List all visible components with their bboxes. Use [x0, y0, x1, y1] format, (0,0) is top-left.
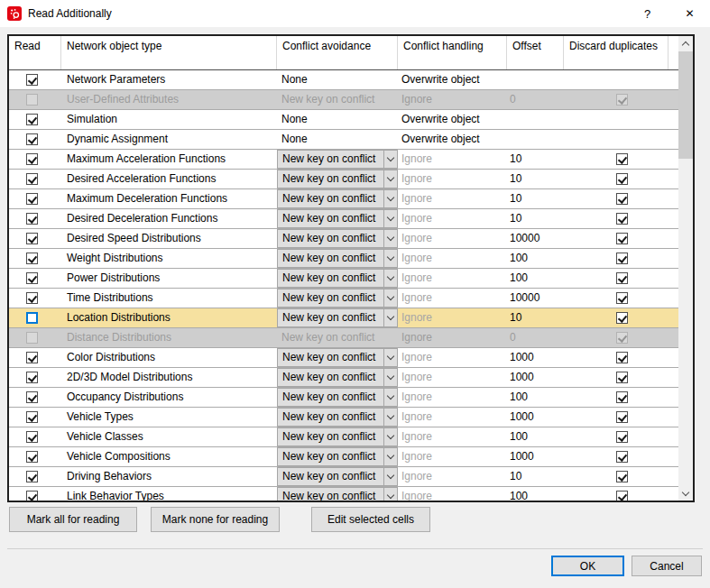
offset-cell[interactable]: 10000 — [507, 289, 564, 308]
conflict-handling-cell[interactable]: Ignore — [398, 467, 507, 486]
discard-duplicates-checkbox[interactable] — [616, 193, 628, 205]
read-checkbox[interactable] — [26, 411, 38, 423]
discard-duplicates-checkbox[interactable] — [616, 491, 628, 501]
conflict-avoidance-cell[interactable]: New key on conflict — [277, 249, 398, 268]
read-checkbox[interactable] — [26, 372, 38, 383]
conflict-avoidance-dropdown[interactable]: New key on conflict — [277, 447, 398, 466]
conflict-avoidance-cell[interactable]: New key on conflict — [277, 447, 398, 466]
discard-duplicates-checkbox[interactable] — [616, 253, 628, 264]
conflict-avoidance-cell[interactable]: New key on conflict — [277, 408, 398, 427]
dropdown-arrow[interactable] — [383, 369, 397, 386]
table-row[interactable]: Dynamic AssignmentNoneOverwrite object — [9, 130, 678, 150]
read-checkbox[interactable] — [26, 173, 38, 185]
table-row[interactable]: 2D/3D Model DistributionsNew key on conf… — [9, 368, 678, 388]
dropdown-arrow[interactable] — [383, 309, 397, 326]
dropdown-arrow[interactable] — [383, 230, 397, 247]
table-row[interactable]: Maximum Acceleration FunctionsNew key on… — [9, 150, 678, 170]
conflict-avoidance-dropdown[interactable]: New key on conflict — [277, 388, 398, 407]
conflict-handling-cell[interactable]: Overwrite object — [398, 70, 507, 89]
offset-cell[interactable]: 1000 — [507, 368, 564, 387]
conflict-avoidance-dropdown[interactable]: New key on conflict — [277, 269, 398, 288]
conflict-avoidance-cell[interactable]: New key on conflict — [277, 269, 398, 288]
conflict-handling-cell[interactable]: Ignore — [398, 408, 507, 427]
offset-cell[interactable]: 10 — [507, 150, 564, 169]
read-checkbox[interactable] — [26, 153, 38, 165]
table-row[interactable]: Driving BehaviorsNew key on conflictIgno… — [9, 467, 678, 487]
conflict-handling-cell[interactable]: Ignore — [398, 209, 507, 228]
conflict-handling-cell[interactable]: Ignore — [398, 388, 507, 407]
conflict-avoidance-cell[interactable]: New key on conflict — [277, 170, 398, 188]
offset-cell[interactable] — [507, 110, 564, 129]
dropdown-arrow[interactable] — [383, 349, 397, 366]
table-row[interactable]: User-Defined AttributesNew key on confli… — [9, 90, 678, 110]
offset-cell[interactable]: 100 — [507, 269, 564, 288]
conflict-avoidance-cell[interactable]: New key on conflict — [277, 289, 398, 308]
discard-duplicates-checkbox[interactable] — [616, 153, 628, 165]
object-type-cell[interactable]: Power Distributions — [61, 269, 277, 288]
read-checkbox[interactable] — [26, 431, 38, 443]
conflict-avoidance-cell[interactable]: New key on conflict — [277, 427, 398, 446]
offset-cell[interactable]: 100 — [507, 388, 564, 407]
discard-duplicates-checkbox[interactable] — [616, 411, 628, 423]
conflict-avoidance-cell[interactable]: New key on conflict — [277, 348, 398, 367]
read-checkbox[interactable] — [26, 133, 38, 145]
object-type-cell[interactable]: Dynamic Assignment — [61, 130, 277, 149]
mark-all-for-reading-button[interactable]: Mark all for reading — [9, 507, 137, 532]
read-checkbox[interactable] — [26, 74, 38, 86]
read-checkbox[interactable] — [26, 352, 38, 363]
ok-button[interactable]: OK — [551, 556, 624, 576]
table-row[interactable]: Network ParametersNoneOverwrite object — [9, 70, 678, 90]
offset-cell[interactable] — [507, 70, 564, 89]
offset-cell[interactable]: 100 — [507, 427, 564, 446]
conflict-handling-cell[interactable]: Ignore — [398, 368, 507, 387]
discard-duplicates-checkbox[interactable] — [616, 272, 628, 284]
table-row[interactable]: SimulationNoneOverwrite object — [9, 110, 678, 130]
offset-cell[interactable]: 10 — [507, 209, 564, 228]
object-type-cell[interactable]: Network Parameters — [61, 70, 277, 89]
conflict-handling-cell[interactable]: Ignore — [398, 249, 507, 268]
conflict-avoidance-cell[interactable]: New key on conflict — [277, 150, 398, 169]
object-type-cell[interactable]: Desired Acceleration Functions — [61, 170, 277, 188]
dropdown-arrow[interactable] — [383, 270, 397, 287]
discard-duplicates-checkbox[interactable] — [616, 372, 628, 383]
dropdown-arrow[interactable] — [383, 170, 397, 188]
discard-duplicates-checkbox[interactable] — [616, 233, 628, 244]
dropdown-arrow[interactable] — [383, 428, 397, 446]
conflict-avoidance-dropdown[interactable]: New key on conflict — [277, 209, 398, 228]
conflict-handling-cell[interactable]: Ignore — [398, 348, 507, 367]
object-type-cell[interactable]: Weight Distributions — [61, 249, 277, 268]
offset-cell[interactable]: 10 — [507, 170, 564, 188]
read-checkbox[interactable] — [26, 292, 38, 304]
conflict-handling-cell[interactable]: Ignore — [398, 487, 507, 501]
conflict-handling-cell[interactable]: Ignore — [398, 150, 507, 169]
object-type-cell[interactable]: Time Distributions — [61, 289, 277, 308]
conflict-avoidance-cell[interactable]: New key on conflict — [277, 189, 398, 208]
table-row[interactable]: Vehicle TypesNew key on conflictIgnore10… — [9, 408, 678, 427]
scroll-down-button[interactable] — [678, 486, 693, 501]
conflict-handling-cell[interactable]: Overwrite object — [398, 130, 507, 149]
cancel-button[interactable]: Cancel — [632, 556, 702, 576]
conflict-avoidance-cell[interactable]: New key on conflict — [277, 388, 398, 407]
edit-selected-cells-button[interactable]: Edit selected cells — [311, 507, 430, 532]
discard-duplicates-checkbox[interactable] — [616, 352, 628, 363]
scrollbar-thumb[interactable] — [678, 51, 693, 159]
conflict-handling-cell[interactable]: Ignore — [398, 189, 507, 208]
table-row[interactable]: Desired Speed DistributionsNew key on co… — [9, 229, 678, 249]
conflict-avoidance-cell[interactable]: None — [277, 110, 398, 129]
dropdown-arrow[interactable] — [383, 468, 397, 485]
conflict-handling-cell[interactable]: Ignore — [398, 229, 507, 248]
dropdown-arrow[interactable] — [383, 250, 397, 267]
conflict-handling-cell[interactable]: Ignore — [398, 308, 507, 327]
discard-duplicates-checkbox[interactable] — [616, 451, 628, 463]
read-checkbox[interactable] — [26, 193, 38, 205]
read-checkbox[interactable] — [26, 312, 38, 324]
offset-cell[interactable]: 10 — [507, 308, 564, 327]
discard-duplicates-checkbox[interactable] — [616, 391, 628, 403]
conflict-avoidance-cell[interactable]: New key on conflict — [277, 467, 398, 486]
conflict-avoidance-cell[interactable]: New key on conflict — [277, 487, 398, 501]
close-button[interactable]: ✕ — [669, 0, 710, 27]
table-row[interactable]: Time DistributionsNew key on conflictIgn… — [9, 289, 678, 308]
object-type-cell[interactable]: Simulation — [61, 110, 277, 129]
conflict-avoidance-cell[interactable]: None — [277, 70, 398, 89]
conflict-avoidance-dropdown[interactable]: New key on conflict — [277, 427, 398, 446]
